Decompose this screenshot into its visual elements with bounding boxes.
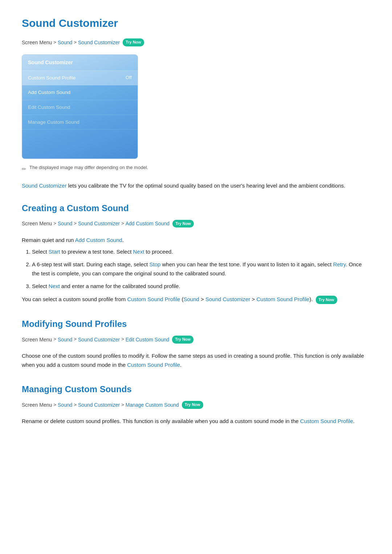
custom-sound-profile-link-s3[interactable]: Custom Sound Profile	[300, 418, 353, 424]
try-now-badge-s1-footer[interactable]: Try Now	[316, 296, 337, 304]
bc-sep1: >	[53, 39, 56, 46]
ui-menu-item-custom-sound-profile[interactable]: Custom Sound Profile Off	[22, 71, 138, 86]
start-link[interactable]: Start	[49, 249, 60, 255]
bc-manage-custom-sound-link-s3[interactable]: Manage Custom Sound	[126, 401, 179, 409]
ui-screenshot-panel: Sound Customizer Custom Sound Profile Of…	[22, 54, 138, 159]
try-now-badge-s2[interactable]: Try Now	[172, 336, 193, 344]
breadcrumb-main: Screen Menu > Sound > Sound Customizer T…	[22, 38, 370, 46]
ui-menu-label: Edit Custom Sound	[28, 103, 70, 111]
section1-title: Creating a Custom Sound	[22, 201, 370, 215]
note-text: The displayed image may differ depending…	[29, 164, 148, 172]
ui-menu-item-add-custom-sound[interactable]: Add Custom Sound	[22, 85, 138, 100]
next-link-s1-3[interactable]: Next	[49, 283, 60, 289]
add-custom-sound-link[interactable]: Add Custom Sound	[75, 237, 122, 243]
section3-title: Managing Custom Sounds	[22, 382, 370, 396]
section1-footer: You can select a custom sound profile fr…	[22, 295, 370, 304]
retry-link[interactable]: Retry	[333, 261, 346, 267]
intro-text: Sound Customizer lets you calibrate the …	[22, 181, 370, 190]
ui-menu-value: Off	[126, 74, 132, 82]
section-modifying-sound-profiles: Modifying Sound Profiles Screen Menu > S…	[22, 317, 370, 369]
intro-link[interactable]: Sound Customizer	[22, 182, 66, 189]
bc-sound-customizer-link-s2[interactable]: Sound Customizer	[78, 336, 120, 344]
try-now-badge-s3[interactable]: Try Now	[182, 401, 203, 409]
ui-menu-label: Custom Sound Profile	[28, 74, 75, 82]
ui-panel-title: Sound Customizer	[22, 55, 138, 70]
ui-menu-item-edit-custom-sound[interactable]: Edit Custom Sound	[22, 100, 138, 115]
page-title: Sound Customizer	[22, 15, 370, 32]
steps-list: Select Start to preview a test tone. Sel…	[22, 247, 370, 291]
step-2: A 6-step test will start. During each st…	[32, 260, 370, 278]
bc-add-custom-sound-link-s1[interactable]: Add Custom Sound	[126, 219, 170, 227]
ui-menu-item-manage-custom-sound[interactable]: Manage Custom Sound	[22, 115, 138, 130]
try-now-badge-main[interactable]: Try Now	[123, 38, 144, 46]
note-line: ✏ The displayed image may differ dependi…	[22, 164, 370, 173]
pencil-icon: ✏	[22, 165, 26, 173]
step-1: Select Start to preview a test tone. Sel…	[32, 247, 370, 257]
bc-sound-link-s3[interactable]: Sound	[58, 401, 72, 409]
step-3: Select Next and enter a name for the cal…	[32, 282, 370, 291]
bc-edit-custom-sound-link-s2[interactable]: Edit Custom Sound	[126, 336, 170, 344]
bc-sound-customizer-link-s1[interactable]: Sound Customizer	[78, 219, 120, 227]
sound-link-footer[interactable]: Sound	[184, 296, 199, 302]
bc-sound-customizer-link-s3[interactable]: Sound Customizer	[78, 401, 120, 409]
section2-title: Modifying Sound Profiles	[22, 317, 370, 331]
intro-suffix: lets you calibrate the TV for the optima…	[66, 182, 345, 189]
stop-link[interactable]: Stop	[149, 261, 160, 267]
try-now-badge-s1[interactable]: Try Now	[172, 220, 194, 228]
bc-sound-customizer-link[interactable]: Sound Customizer	[78, 38, 120, 46]
bc-sep2: >	[74, 39, 77, 46]
custom-sound-profile-link-s2[interactable]: Custom Sound Profile	[127, 362, 180, 368]
bc-sound-link-s2[interactable]: Sound	[58, 336, 72, 344]
bc-screen-menu: Screen Menu	[22, 219, 52, 227]
section3-body: Rename or delete custom sound profiles. …	[22, 417, 370, 426]
bc-screen-menu-s2: Screen Menu	[22, 336, 52, 344]
breadcrumb-section3: Screen Menu > Sound > Sound Customizer >…	[22, 401, 370, 409]
custom-sound-profile-link-footer[interactable]: Custom Sound Profile	[127, 296, 180, 302]
section2-body: Choose one of the custom sound profiles …	[22, 352, 370, 370]
remain-quiet-text: Remain quiet and run Add Custom Sound.	[22, 236, 370, 245]
breadcrumb-section1: Screen Menu > Sound > Sound Customizer >…	[22, 219, 370, 227]
ui-menu-label: Add Custom Sound	[28, 89, 70, 97]
ui-panel-spacer	[22, 130, 138, 159]
bc-sound-link-s1[interactable]: Sound	[58, 219, 72, 227]
section-managing-custom-sounds: Managing Custom Sounds Screen Menu > Sou…	[22, 382, 370, 426]
section-creating-custom-sound: Creating a Custom Sound Screen Menu > So…	[22, 201, 370, 304]
bc-sound-link[interactable]: Sound	[58, 38, 72, 46]
sound-customizer-link-footer[interactable]: Sound Customizer	[205, 296, 250, 302]
breadcrumb-section2: Screen Menu > Sound > Sound Customizer >…	[22, 336, 370, 344]
ui-menu-label: Manage Custom Sound	[28, 118, 79, 126]
bc-screen-menu-s3: Screen Menu	[22, 401, 52, 409]
bc-screen-menu: Screen Menu	[22, 38, 52, 46]
next-link-s1[interactable]: Next	[133, 249, 144, 255]
custom-sound-profile-link-footer2[interactable]: Custom Sound Profile	[257, 296, 310, 302]
